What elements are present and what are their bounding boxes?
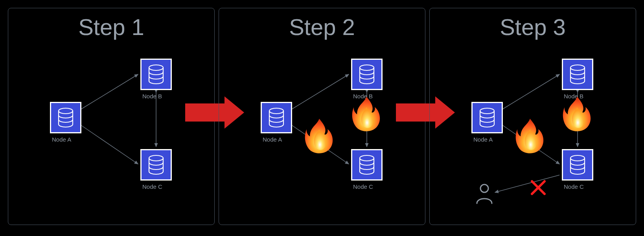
database-icon — [569, 64, 587, 85]
node-a-label: Node A — [262, 136, 292, 143]
step2-node-c: Node C — [351, 149, 383, 181]
node-a-label: Node A — [473, 136, 502, 143]
fire-icon — [302, 118, 336, 159]
svg-line-12 — [503, 74, 559, 109]
svg-point-16 — [480, 108, 494, 114]
svg-point-4 — [149, 65, 163, 70]
database-icon — [267, 107, 285, 128]
user-icon — [475, 183, 494, 205]
node-c-label: Node C — [563, 183, 593, 190]
node-c-label: Node C — [142, 183, 171, 190]
svg-line-0 — [81, 74, 138, 109]
svg-point-9 — [269, 108, 283, 114]
node-a-label: Node A — [51, 136, 81, 143]
database-icon — [569, 155, 587, 175]
svg-point-21 — [480, 184, 488, 192]
step1-node-c: Node C — [140, 149, 172, 181]
database-icon — [57, 107, 75, 128]
database-icon — [147, 64, 165, 85]
database-icon — [147, 155, 165, 175]
svg-point-11 — [360, 155, 374, 161]
svg-point-10 — [360, 65, 374, 70]
node-c-label: Node C — [352, 183, 382, 190]
x-icon — [530, 180, 546, 195]
step3-node-a: Node A — [471, 102, 503, 133]
fire-icon — [513, 118, 547, 159]
diagram-stage: Step 1 Node A — [0, 0, 644, 236]
step2-node-b: Node B — [351, 59, 383, 90]
svg-line-6 — [292, 74, 349, 109]
step1-node-b: Node B — [140, 59, 172, 90]
step-1-arrows — [8, 8, 215, 225]
step-1-panel: Step 1 Node A — [8, 8, 215, 225]
step2-node-a: Node A — [261, 102, 292, 133]
database-icon — [358, 64, 376, 85]
step3-node-b: Node B — [562, 59, 593, 90]
step3-node-c: Node C — [562, 149, 593, 181]
node-b-label: Node B — [142, 93, 171, 100]
svg-point-3 — [59, 108, 73, 114]
fire-icon — [350, 96, 383, 137]
database-icon — [478, 107, 496, 128]
svg-point-5 — [149, 155, 163, 161]
step-2-panel: Step 2 Node A — [219, 8, 425, 225]
svg-point-18 — [570, 155, 585, 161]
svg-line-1 — [81, 125, 138, 164]
database-icon — [358, 155, 376, 175]
step-2-arrows — [219, 8, 426, 225]
svg-point-17 — [570, 65, 585, 70]
svg-line-15 — [495, 175, 559, 192]
fire-icon — [560, 96, 594, 137]
step-3-panel: Step 3 Node A — [429, 8, 636, 225]
step1-node-a: Node A — [50, 102, 81, 133]
